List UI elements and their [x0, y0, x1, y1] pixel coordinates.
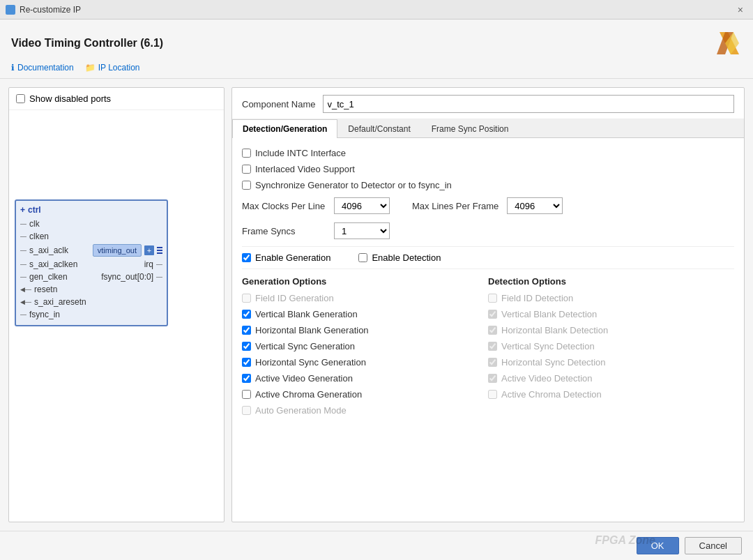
- max-clocks-label: Max Clocks Per Line: [242, 201, 326, 211]
- xilinx-logo-icon: [714, 29, 742, 57]
- gen-field-id: Field ID Generation: [242, 291, 488, 305]
- interlaced-video-label: Interlaced Video Support: [255, 164, 355, 174]
- det-field-id-checkbox: [488, 294, 497, 303]
- bottom-bar: FPGA Zone OK Cancel: [0, 531, 753, 560]
- pin-gen-clken: — gen_clken fsync_out[0:0] —: [20, 271, 162, 283]
- clocks-frame-row: Max Clocks Per Line 4096 2048 8192 Max L…: [242, 193, 734, 218]
- det-active-chroma-checkbox: [488, 390, 497, 399]
- det-horizontal-sync-checkbox: [488, 358, 497, 367]
- pin-fsync-in: — fsync_in: [20, 308, 162, 321]
- gen-active-chroma-label: Active Chroma Generation: [255, 389, 362, 400]
- det-vertical-blank: Vertical Blank Detection: [488, 307, 734, 321]
- enable-generation-checkbox[interactable]: [242, 253, 251, 262]
- enable-detection-checkbox[interactable]: [358, 253, 367, 262]
- app-icon: [6, 5, 15, 15]
- det-vertical-blank-checkbox: [488, 310, 497, 319]
- det-horizontal-blank: Horizontal Blank Detection: [488, 323, 734, 338]
- component-name-row: Component Name: [232, 88, 744, 119]
- det-active-chroma: Active Chroma Detection: [488, 387, 734, 402]
- max-clocks-select[interactable]: 4096 2048 8192: [334, 197, 390, 214]
- left-panel-header: Show disabled ports: [9, 88, 224, 110]
- component-name-label: Component Name: [242, 99, 316, 109]
- interlaced-video-checkbox[interactable]: [242, 165, 251, 174]
- det-field-id: Field ID Detection: [488, 291, 734, 305]
- enable-row: Enable Generation Enable Detection: [242, 246, 734, 269]
- det-horizontal-blank-label: Horizontal Blank Detection: [501, 325, 608, 335]
- detection-options-header: Detection Options: [488, 276, 734, 287]
- left-panel: Show disabled ports + ctrl — clk: [8, 87, 225, 522]
- sync-generator-row: Synchronize Generator to Detector or to …: [242, 177, 734, 193]
- pin-s-axi-aclk: — s_axi_aclk vtiming_out +: [20, 243, 162, 258]
- dialog-header: Video Timing Controller (6.1) ℹ Document…: [0, 20, 753, 79]
- tab-frame-sync-position[interactable]: Frame Sync Position: [421, 119, 519, 138]
- gen-active-chroma: Active Chroma Generation: [242, 387, 488, 402]
- options-header-row: Generation Options Detection Options: [242, 272, 734, 291]
- gen-vertical-sync: Vertical Sync Generation: [242, 339, 488, 354]
- det-horizontal-sync: Horizontal Sync Detection: [488, 355, 734, 370]
- include-intc-checkbox[interactable]: [242, 149, 251, 158]
- gen-auto-mode-label: Auto Generation Mode: [255, 405, 347, 416]
- det-vertical-sync-checkbox: [488, 342, 497, 351]
- gen-active-video-checkbox[interactable]: [242, 374, 251, 383]
- tab-detection-generation[interactable]: Detection/Generation: [232, 119, 337, 138]
- det-active-chroma-label: Active Chroma Detection: [501, 389, 602, 400]
- enable-generation-label: Enable Generation: [255, 252, 330, 263]
- dialog-title-row: Video Timing Controller (6.1): [11, 29, 742, 57]
- folder-icon: 📁: [85, 63, 96, 73]
- det-vertical-blank-label: Vertical Blank Detection: [501, 309, 597, 319]
- dialog-links: ℹ Documentation 📁 IP Location: [11, 63, 742, 73]
- det-vertical-sync: Vertical Sync Detection: [488, 339, 734, 354]
- info-icon: ℹ: [11, 63, 15, 73]
- close-button[interactable]: ×: [733, 3, 747, 17]
- gen-horizontal-blank: Horizontal Blank Generation: [242, 323, 488, 338]
- show-disabled-ports-checkbox[interactable]: [16, 94, 25, 103]
- sync-generator-label: Synchronize Generator to Detector or to …: [255, 180, 452, 190]
- title-bar-text: Re-customize IP: [20, 5, 81, 15]
- gen-horizontal-blank-checkbox[interactable]: [242, 326, 251, 335]
- gen-vertical-blank-checkbox[interactable]: [242, 310, 251, 319]
- enable-detection-label: Enable Detection: [372, 252, 441, 263]
- gen-active-chroma-checkbox[interactable]: [242, 390, 251, 399]
- vtiming-add-button[interactable]: +: [144, 245, 154, 255]
- ip-block-title: + ctrl: [20, 205, 162, 215]
- generation-options-header: Generation Options: [242, 276, 488, 287]
- det-horizontal-sync-label: Horizontal Sync Detection: [501, 357, 606, 368]
- cancel-button[interactable]: Cancel: [685, 537, 742, 554]
- options-grid: Field ID Generation Vertical Blank Gener…: [242, 291, 734, 418]
- show-disabled-ports-label: Show disabled ports: [29, 93, 111, 104]
- max-lines-select[interactable]: 4096 2048 8192: [507, 197, 563, 214]
- gen-active-video: Active Video Generation: [242, 371, 488, 386]
- gen-vertical-sync-checkbox[interactable]: [242, 342, 251, 351]
- interlaced-video-row: Interlaced Video Support: [242, 161, 734, 177]
- vtiming-badge: vtiming_out: [93, 244, 142, 257]
- pin-clken: — clken: [20, 230, 162, 243]
- gen-vertical-blank-label: Vertical Blank Generation: [255, 309, 358, 319]
- enable-generation-group: Enable Generation: [242, 252, 330, 263]
- det-active-video: Active Video Detection: [488, 371, 734, 386]
- component-name-input[interactable]: [323, 95, 735, 113]
- pin-s-axi-aresetn: ◀— s_axi_aresetn: [20, 296, 162, 308]
- right-panel: Component Name Detection/Generation Defa…: [231, 87, 745, 522]
- content-area: Show disabled ports + ctrl — clk: [0, 79, 753, 531]
- frame-syncs-select[interactable]: 1 2 3 4: [334, 222, 390, 239]
- enable-detection-group: Enable Detection: [358, 252, 441, 263]
- gen-horizontal-sync-checkbox[interactable]: [242, 358, 251, 367]
- gen-field-id-label: Field ID Generation: [255, 293, 334, 303]
- det-vertical-sync-label: Vertical Sync Detection: [501, 341, 595, 351]
- main-dialog: Video Timing Controller (6.1) ℹ Document…: [0, 20, 753, 560]
- detection-options-list: Field ID Detection Vertical Blank Detect…: [488, 291, 734, 418]
- det-active-video-checkbox: [488, 374, 497, 383]
- gen-vertical-sync-label: Vertical Sync Generation: [255, 341, 355, 351]
- gen-vertical-blank: Vertical Blank Generation: [242, 307, 488, 321]
- documentation-link[interactable]: ℹ Documentation: [11, 63, 74, 73]
- tab-default-constant[interactable]: Default/Constant: [337, 119, 420, 138]
- det-horizontal-blank-checkbox: [488, 326, 497, 335]
- gen-auto-mode-checkbox: [242, 406, 251, 415]
- tab-content: Include INTC Interface Interlaced Video …: [232, 138, 744, 522]
- ip-location-link[interactable]: 📁 IP Location: [85, 63, 140, 73]
- ip-block-plus-icon: +: [20, 205, 25, 215]
- sync-generator-checkbox[interactable]: [242, 181, 251, 190]
- tabs-row: Detection/Generation Default/Constant Fr…: [232, 119, 744, 138]
- gen-active-video-label: Active Video Generation: [255, 373, 353, 384]
- frame-syncs-label: Frame Syncs: [242, 226, 326, 236]
